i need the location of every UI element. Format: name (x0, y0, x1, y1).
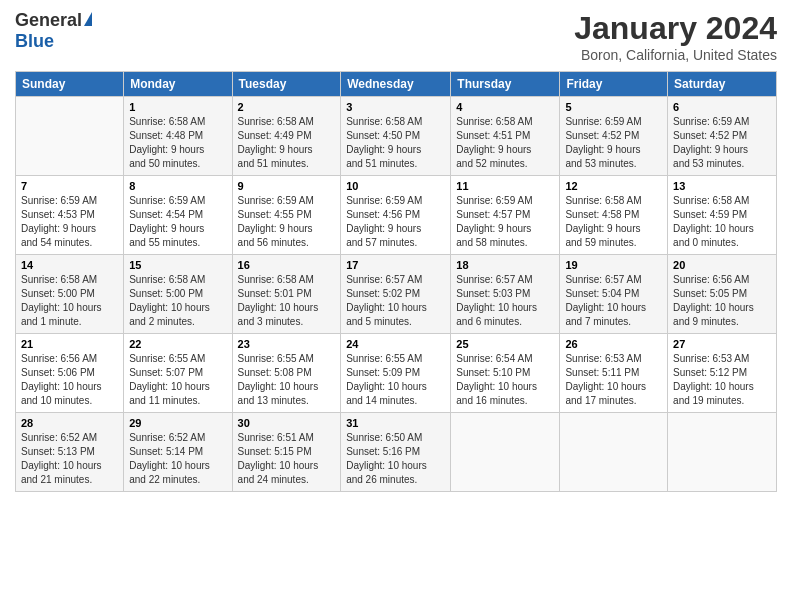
day-number: 21 (21, 338, 118, 350)
calendar-cell: 27Sunrise: 6:53 AM Sunset: 5:12 PM Dayli… (668, 334, 777, 413)
logo-general: General (15, 10, 82, 31)
day-number: 9 (238, 180, 336, 192)
calendar-cell: 14Sunrise: 6:58 AM Sunset: 5:00 PM Dayli… (16, 255, 124, 334)
day-number: 13 (673, 180, 771, 192)
calendar-cell: 5Sunrise: 6:59 AM Sunset: 4:52 PM Daylig… (560, 97, 668, 176)
calendar-cell: 26Sunrise: 6:53 AM Sunset: 5:11 PM Dayli… (560, 334, 668, 413)
day-number: 25 (456, 338, 554, 350)
calendar-cell: 18Sunrise: 6:57 AM Sunset: 5:03 PM Dayli… (451, 255, 560, 334)
day-number: 4 (456, 101, 554, 113)
day-info: Sunrise: 6:59 AM Sunset: 4:52 PM Dayligh… (673, 115, 771, 171)
day-number: 24 (346, 338, 445, 350)
day-number: 27 (673, 338, 771, 350)
day-number: 30 (238, 417, 336, 429)
day-number: 11 (456, 180, 554, 192)
calendar-cell: 23Sunrise: 6:55 AM Sunset: 5:08 PM Dayli… (232, 334, 341, 413)
day-number: 8 (129, 180, 226, 192)
day-info: Sunrise: 6:59 AM Sunset: 4:55 PM Dayligh… (238, 194, 336, 250)
calendar-cell: 11Sunrise: 6:59 AM Sunset: 4:57 PM Dayli… (451, 176, 560, 255)
column-header-sunday: Sunday (16, 72, 124, 97)
day-number: 10 (346, 180, 445, 192)
column-header-friday: Friday (560, 72, 668, 97)
calendar-cell: 2Sunrise: 6:58 AM Sunset: 4:49 PM Daylig… (232, 97, 341, 176)
day-info: Sunrise: 6:56 AM Sunset: 5:06 PM Dayligh… (21, 352, 118, 408)
day-info: Sunrise: 6:58 AM Sunset: 4:58 PM Dayligh… (565, 194, 662, 250)
calendar-cell: 16Sunrise: 6:58 AM Sunset: 5:01 PM Dayli… (232, 255, 341, 334)
column-header-monday: Monday (124, 72, 232, 97)
day-info: Sunrise: 6:50 AM Sunset: 5:16 PM Dayligh… (346, 431, 445, 487)
day-number: 15 (129, 259, 226, 271)
calendar-subtitle: Boron, California, United States (574, 47, 777, 63)
day-number: 31 (346, 417, 445, 429)
day-number: 17 (346, 259, 445, 271)
day-info: Sunrise: 6:53 AM Sunset: 5:11 PM Dayligh… (565, 352, 662, 408)
calendar-cell: 22Sunrise: 6:55 AM Sunset: 5:07 PM Dayli… (124, 334, 232, 413)
day-number: 5 (565, 101, 662, 113)
calendar-cell: 7Sunrise: 6:59 AM Sunset: 4:53 PM Daylig… (16, 176, 124, 255)
day-info: Sunrise: 6:52 AM Sunset: 5:14 PM Dayligh… (129, 431, 226, 487)
day-number: 18 (456, 259, 554, 271)
week-row-2: 7Sunrise: 6:59 AM Sunset: 4:53 PM Daylig… (16, 176, 777, 255)
day-number: 3 (346, 101, 445, 113)
day-number: 19 (565, 259, 662, 271)
week-row-5: 28Sunrise: 6:52 AM Sunset: 5:13 PM Dayli… (16, 413, 777, 492)
day-number: 16 (238, 259, 336, 271)
day-info: Sunrise: 6:57 AM Sunset: 5:02 PM Dayligh… (346, 273, 445, 329)
day-info: Sunrise: 6:59 AM Sunset: 4:57 PM Dayligh… (456, 194, 554, 250)
day-info: Sunrise: 6:59 AM Sunset: 4:54 PM Dayligh… (129, 194, 226, 250)
day-info: Sunrise: 6:58 AM Sunset: 4:48 PM Dayligh… (129, 115, 226, 171)
day-info: Sunrise: 6:53 AM Sunset: 5:12 PM Dayligh… (673, 352, 771, 408)
day-info: Sunrise: 6:58 AM Sunset: 5:00 PM Dayligh… (21, 273, 118, 329)
day-number: 2 (238, 101, 336, 113)
week-row-4: 21Sunrise: 6:56 AM Sunset: 5:06 PM Dayli… (16, 334, 777, 413)
day-info: Sunrise: 6:59 AM Sunset: 4:53 PM Dayligh… (21, 194, 118, 250)
logo-icon (84, 12, 92, 26)
logo: General Blue (15, 10, 92, 52)
calendar-cell: 12Sunrise: 6:58 AM Sunset: 4:58 PM Dayli… (560, 176, 668, 255)
week-row-1: 1Sunrise: 6:58 AM Sunset: 4:48 PM Daylig… (16, 97, 777, 176)
header: General Blue January 2024 Boron, Califor… (15, 10, 777, 63)
calendar-cell: 20Sunrise: 6:56 AM Sunset: 5:05 PM Dayli… (668, 255, 777, 334)
calendar-cell (668, 413, 777, 492)
day-info: Sunrise: 6:57 AM Sunset: 5:04 PM Dayligh… (565, 273, 662, 329)
day-number: 12 (565, 180, 662, 192)
calendar-title: January 2024 (574, 10, 777, 47)
calendar-cell: 30Sunrise: 6:51 AM Sunset: 5:15 PM Dayli… (232, 413, 341, 492)
calendar-cell: 19Sunrise: 6:57 AM Sunset: 5:04 PM Dayli… (560, 255, 668, 334)
calendar-cell: 31Sunrise: 6:50 AM Sunset: 5:16 PM Dayli… (341, 413, 451, 492)
day-info: Sunrise: 6:58 AM Sunset: 4:49 PM Dayligh… (238, 115, 336, 171)
day-number: 20 (673, 259, 771, 271)
day-info: Sunrise: 6:59 AM Sunset: 4:52 PM Dayligh… (565, 115, 662, 171)
day-info: Sunrise: 6:58 AM Sunset: 4:50 PM Dayligh… (346, 115, 445, 171)
calendar-cell: 24Sunrise: 6:55 AM Sunset: 5:09 PM Dayli… (341, 334, 451, 413)
calendar-cell: 17Sunrise: 6:57 AM Sunset: 5:02 PM Dayli… (341, 255, 451, 334)
calendar-cell (16, 97, 124, 176)
calendar-cell: 3Sunrise: 6:58 AM Sunset: 4:50 PM Daylig… (341, 97, 451, 176)
day-info: Sunrise: 6:54 AM Sunset: 5:10 PM Dayligh… (456, 352, 554, 408)
day-info: Sunrise: 6:59 AM Sunset: 4:56 PM Dayligh… (346, 194, 445, 250)
column-header-saturday: Saturday (668, 72, 777, 97)
calendar-cell: 10Sunrise: 6:59 AM Sunset: 4:56 PM Dayli… (341, 176, 451, 255)
day-number: 28 (21, 417, 118, 429)
calendar-cell: 13Sunrise: 6:58 AM Sunset: 4:59 PM Dayli… (668, 176, 777, 255)
day-info: Sunrise: 6:55 AM Sunset: 5:08 PM Dayligh… (238, 352, 336, 408)
column-header-wednesday: Wednesday (341, 72, 451, 97)
day-info: Sunrise: 6:55 AM Sunset: 5:07 PM Dayligh… (129, 352, 226, 408)
day-info: Sunrise: 6:58 AM Sunset: 4:51 PM Dayligh… (456, 115, 554, 171)
day-number: 23 (238, 338, 336, 350)
day-number: 22 (129, 338, 226, 350)
calendar-cell: 21Sunrise: 6:56 AM Sunset: 5:06 PM Dayli… (16, 334, 124, 413)
day-info: Sunrise: 6:58 AM Sunset: 5:01 PM Dayligh… (238, 273, 336, 329)
day-number: 14 (21, 259, 118, 271)
calendar-cell: 4Sunrise: 6:58 AM Sunset: 4:51 PM Daylig… (451, 97, 560, 176)
day-number: 7 (21, 180, 118, 192)
logo-blue: Blue (15, 31, 54, 52)
calendar-cell: 9Sunrise: 6:59 AM Sunset: 4:55 PM Daylig… (232, 176, 341, 255)
week-row-3: 14Sunrise: 6:58 AM Sunset: 5:00 PM Dayli… (16, 255, 777, 334)
day-info: Sunrise: 6:58 AM Sunset: 4:59 PM Dayligh… (673, 194, 771, 250)
calendar-table: SundayMondayTuesdayWednesdayThursdayFrid… (15, 71, 777, 492)
column-header-tuesday: Tuesday (232, 72, 341, 97)
calendar-cell: 29Sunrise: 6:52 AM Sunset: 5:14 PM Dayli… (124, 413, 232, 492)
day-info: Sunrise: 6:58 AM Sunset: 5:00 PM Dayligh… (129, 273, 226, 329)
day-number: 29 (129, 417, 226, 429)
